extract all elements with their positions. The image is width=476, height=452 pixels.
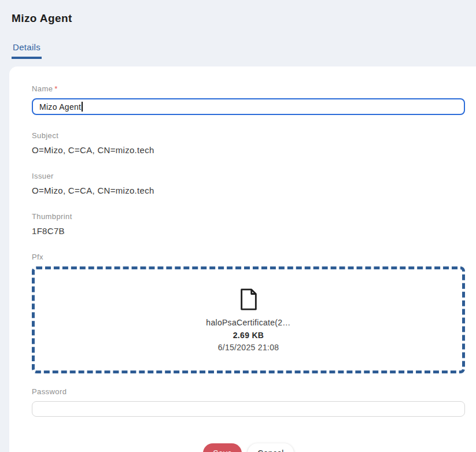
name-input-value: Mizo Agent (39, 102, 81, 112)
name-input[interactable]: Mizo Agent (32, 98, 465, 115)
password-input[interactable] (32, 401, 465, 417)
cancel-button[interactable]: Cancel (248, 443, 293, 452)
pfx-field: Pfx haloPsaCertificate(2… 2.69 KB 6/15/2… (32, 253, 465, 373)
password-field: Password (32, 387, 465, 417)
required-asterisk: * (54, 84, 57, 93)
issuer-label: Issuer (32, 172, 465, 180)
subject-label: Subject (32, 131, 465, 140)
issuer-value: O=Mizo, C=CA, CN=mizo.tech (32, 186, 465, 196)
pfx-file-date: 6/15/2025 21:08 (218, 343, 279, 352)
pfx-file-name: haloPsaCertificate(2… (206, 318, 290, 327)
page-header: Mizo Agent Details (0, 0, 476, 59)
action-buttons: Save Cancel (32, 443, 465, 452)
issuer-field: Issuer O=Mizo, C=CA, CN=mizo.tech (32, 172, 465, 196)
pfx-file-size: 2.69 KB (233, 331, 264, 340)
pfx-label: Pfx (32, 253, 465, 261)
text-cursor (82, 102, 83, 112)
thumbprint-label: Thumbprint (32, 212, 465, 221)
name-label: Name* (32, 84, 465, 93)
pfx-dropzone[interactable]: haloPsaCertificate(2… 2.69 KB 6/15/2025 … (32, 266, 465, 373)
name-label-text: Name (32, 84, 53, 93)
name-field: Name* Mizo Agent (32, 84, 465, 115)
thumbprint-value: 1F8C7BA (32, 226, 65, 236)
subject-value: O=Mizo, C=CA, CN=mizo.tech (32, 145, 465, 155)
subject-field: Subject O=Mizo, C=CA, CN=mizo.tech (32, 131, 465, 155)
password-label: Password (32, 387, 465, 396)
tab-bar: Details (12, 42, 464, 59)
page-title: Mizo Agent (12, 12, 464, 25)
tab-details[interactable]: Details (12, 42, 42, 59)
save-button[interactable]: Save (203, 443, 242, 452)
details-card: Name* Mizo Agent Subject O=Mizo, C=CA, C… (9, 66, 476, 452)
thumbprint-field: Thumbprint 1F8C7BA (32, 212, 465, 236)
document-icon (238, 288, 260, 311)
